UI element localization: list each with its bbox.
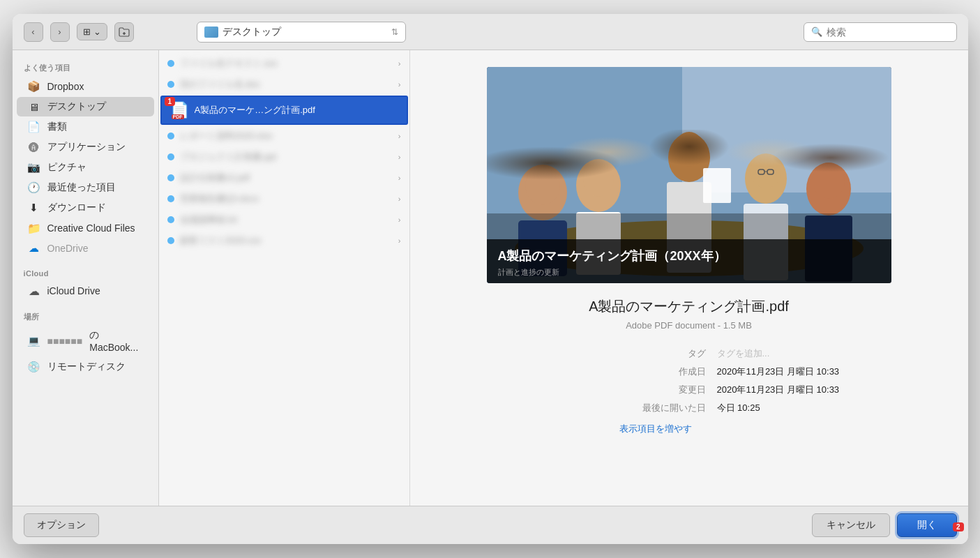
cancel-button[interactable]: キャンセル xyxy=(812,513,890,537)
icloud-title: iCloud xyxy=(13,265,158,280)
file-dot xyxy=(167,216,174,223)
file-dot xyxy=(167,81,174,88)
sidebar-item-documents[interactable]: 書類 xyxy=(17,117,154,137)
file-chevron: › xyxy=(398,132,401,140)
preview-filename: A製品のマーケティング計画.pdf xyxy=(589,297,789,316)
file-label: 顧客リスト2020.csv xyxy=(180,234,395,247)
search-input[interactable] xyxy=(827,27,949,38)
onedrive-icon xyxy=(28,242,40,255)
svg-point-11 xyxy=(668,133,710,182)
more-items-link[interactable]: 表示項目を増やす xyxy=(619,423,759,435)
svg-point-7 xyxy=(525,166,560,205)
sidebar-item-applications[interactable]: アプリケーション xyxy=(17,137,154,157)
preview-filetype: Adobe PDF document - 1.5 MB xyxy=(626,320,752,331)
apps-icon xyxy=(28,141,40,153)
sidebar-item-label: アプリケーション xyxy=(47,141,126,153)
file-chevron: › xyxy=(398,174,401,182)
file-dot xyxy=(167,195,174,202)
svg-point-13 xyxy=(674,132,704,167)
view-chevron-icon: ⌄ xyxy=(93,27,101,37)
file-item-blurred-5[interactable]: 設計仕様書v2.pdf › xyxy=(159,167,409,188)
open-button[interactable]: 開く xyxy=(897,513,957,537)
sidebar-item-dropbox[interactable]: Dropbox xyxy=(17,77,154,96)
caption-sub: 計画と進捗の更新 xyxy=(498,267,880,278)
sidebar-item-remote-disk[interactable]: リモートディスク xyxy=(17,357,154,377)
options-button[interactable]: オプション xyxy=(24,513,99,537)
open-button-container: 開く 2 xyxy=(897,513,957,537)
file-item-blurred-2[interactable]: 別のファイル名.doc › xyxy=(159,74,409,95)
svg-rect-3 xyxy=(682,67,891,193)
file-label: 営業報告書Q3.docx xyxy=(180,193,395,205)
search-icon: 🔍 xyxy=(811,27,822,37)
file-item-blurred-3[interactable]: レポート資料2020.xlsx › xyxy=(159,126,409,146)
svg-point-18 xyxy=(806,163,851,216)
sidebar-item-label: ピクチャ xyxy=(47,161,86,174)
last-opened-value: 今日 10:25 xyxy=(717,402,857,414)
sidebar-item-label: ダウンロード xyxy=(47,202,106,214)
caption-title: A製品のマーケティング計画（20XX年） xyxy=(498,248,880,264)
svg-point-8 xyxy=(576,159,621,212)
file-list-pane: ファイル名テキスト.xxx › 別のファイル名.doc › 📄 PDF 1 A製… xyxy=(159,50,410,506)
file-chevron: › xyxy=(398,59,401,68)
file-dot xyxy=(167,60,174,67)
modified-row: 変更日 2020年11月23日 月曜日 10:33 xyxy=(522,381,857,399)
preview-caption: A製品のマーケティング計画（20XX年） 計画と進捗の更新 xyxy=(487,239,891,283)
favorites-title: よく使う項目 xyxy=(13,59,158,76)
created-value: 2020年11月23日 月曜日 10:33 xyxy=(717,365,857,378)
file-label: プロジェクト計画書.ppt xyxy=(180,151,395,163)
svg-point-15 xyxy=(745,153,787,204)
sidebar-item-label: 最近使った項目 xyxy=(47,181,116,194)
last-opened-row: 最後に開いた日 今日 10:25 xyxy=(522,399,857,417)
tag-value[interactable]: タグを追加... xyxy=(717,347,857,360)
file-item-blurred-8[interactable]: 顧客リスト2020.csv › xyxy=(159,230,409,251)
metadata-table: タグ タグを追加... 作成日 2020年11月23日 月曜日 10:33 変更… xyxy=(522,345,857,438)
sidebar-item-macbook[interactable]: ■■■■■■ の MacBook... xyxy=(17,326,154,356)
file-label: ファイル名テキスト.xxx xyxy=(180,57,395,70)
sidebar-item-recents[interactable]: 最近使った項目 xyxy=(17,178,154,197)
desktop-icon xyxy=(28,100,40,113)
dropbox-icon xyxy=(28,80,40,93)
file-item-selected-pdf[interactable]: 📄 PDF 1 A製品のマーケ…ング計画.pdf xyxy=(160,96,408,125)
file-item-blurred-7[interactable]: 会議議事録.txt › xyxy=(159,209,409,230)
file-chevron: › xyxy=(398,236,401,245)
pictures-icon xyxy=(28,161,40,174)
new-folder-button[interactable] xyxy=(114,22,134,42)
location-selector[interactable]: デスクトップ ⇅ xyxy=(197,22,406,43)
sidebar-item-label: ■■■■■■ xyxy=(47,335,83,347)
preview-image: A製品のマーケティング計画（20XX年） 計画と進捗の更新 xyxy=(487,67,891,283)
sidebar-item-downloads[interactable]: ダウンロード xyxy=(17,198,154,218)
sidebar-item-label: デスクトップ xyxy=(47,100,106,113)
downloads-icon xyxy=(28,202,40,214)
file-item-blurred-6[interactable]: 営業報告書Q3.docx › xyxy=(159,188,409,209)
location-folder-icon xyxy=(204,27,218,38)
file-item-blurred-4[interactable]: プロジェクト計画書.ppt › xyxy=(159,146,409,167)
sidebar-item-creative-cloud[interactable]: Creative Cloud Files xyxy=(17,218,154,238)
view-selector[interactable]: ⊞ ⌄ xyxy=(77,23,107,40)
file-chevron: › xyxy=(398,80,401,89)
file-dot xyxy=(167,133,174,140)
creative-cloud-folder-icon xyxy=(28,222,40,234)
back-button[interactable]: ‹ xyxy=(24,22,43,42)
places-title: 場所 xyxy=(13,308,158,325)
sidebar-item-desktop[interactable]: デスクトップ xyxy=(17,97,154,116)
main-content: よく使う項目 Dropbox デスクトップ 書類 アプリケーション ピクチャ xyxy=(13,50,968,506)
sidebar-item-icloud-drive[interactable]: iCloud Drive xyxy=(17,281,154,301)
created-row: 作成日 2020年11月23日 月曜日 10:33 xyxy=(522,363,857,381)
grid-view-icon: ⊞ xyxy=(83,27,91,37)
created-label: 作成日 xyxy=(636,365,706,378)
file-item-blurred-1[interactable]: ファイル名テキスト.xxx › xyxy=(159,53,409,74)
docs-icon xyxy=(28,121,40,133)
sidebar-item-onedrive[interactable]: OneDrive xyxy=(17,239,154,258)
file-label: 別のファイル名.doc xyxy=(180,78,395,91)
svg-point-17 xyxy=(751,155,781,188)
bottom-right-buttons: キャンセル 開く 2 xyxy=(812,513,957,537)
selected-file-label: A製品のマーケ…ング計画.pdf xyxy=(195,104,398,116)
svg-point-10 xyxy=(583,160,614,197)
forward-button[interactable]: › xyxy=(50,22,70,42)
sidebar-item-pictures[interactable]: ピクチャ xyxy=(17,158,154,177)
file-dot xyxy=(167,174,174,181)
sidebar-item-label: OneDrive xyxy=(47,243,89,254)
sidebar-item-label: iCloud Drive xyxy=(47,285,100,296)
annotation-badge-1: 1 xyxy=(165,97,176,106)
tag-label: タグ xyxy=(636,347,706,360)
